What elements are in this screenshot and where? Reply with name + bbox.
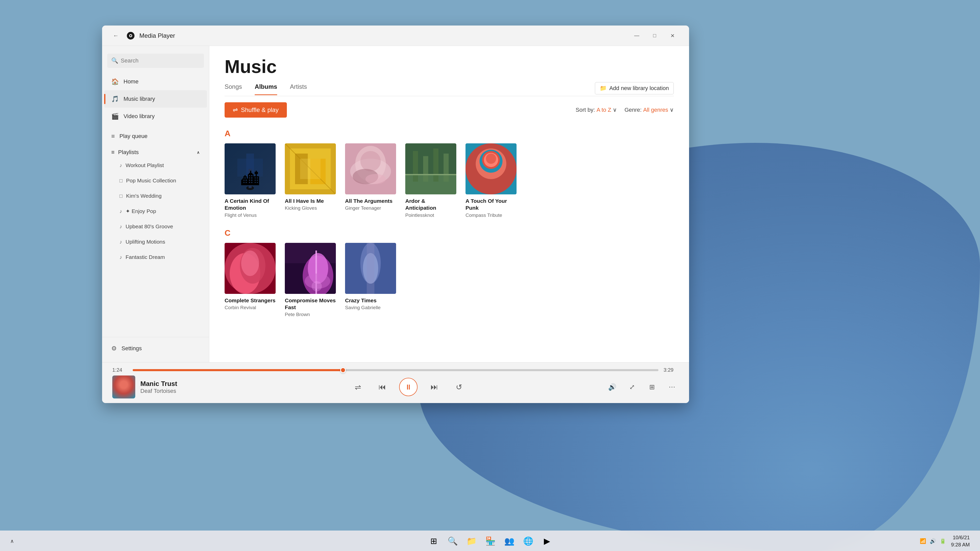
search-box[interactable]: 🔍 [107,54,204,68]
player-bar: 1:24 3:29 Manic Trust Deaf Tortoises ⇌ ⏮… [102,362,689,403]
maximize-button[interactable]: □ [646,28,663,43]
album-card-5[interactable]: A Touch Of Your Punk Compass Tribute [466,143,517,218]
sidebar-item-play-queue[interactable]: ≡ Play queue [104,127,207,145]
pause-button[interactable]: ⏸ [399,378,417,396]
sidebar: 🔍 🏠 Home 🎵 Music library 🎬 Video library… [102,46,209,362]
right-controls: 🔊 ⤢ ⊞ ⋯ [577,380,679,394]
albums-scroll[interactable]: A [209,124,689,362]
file-explorer-button[interactable]: 📁 [463,533,480,549]
teams-button[interactable]: 👥 [501,533,517,549]
shuffle-button[interactable]: ⇌ [350,380,366,395]
album-art-6 [224,243,275,294]
add-library-button[interactable]: 📁 Add new library location [595,82,674,94]
more-options-button[interactable]: ⋯ [665,380,679,394]
previous-button[interactable]: ⏮ [375,380,390,395]
album-card-3[interactable]: All The Arguments Ginger Teenager [345,143,396,218]
genre-chevron: ∨ [670,106,674,113]
chevron-up-icon[interactable]: ∧ [10,538,14,544]
shuffle-label: Shuffle & play [241,106,279,114]
tab-albums[interactable]: Albums [255,83,277,95]
sidebar-item-settings[interactable]: ⚙ Settings [104,340,207,357]
page-title: Music [224,56,674,77]
playlist-workout[interactable]: ♪ Workout Playlist [104,158,207,173]
wifi-icon[interactable]: 📶 [920,538,926,544]
tab-artists[interactable]: Artists [290,83,307,95]
sort-control[interactable]: Sort by: A to Z ∨ [576,106,617,113]
album-artist-6: Corbin Revival [224,305,275,310]
volume-button[interactable]: 🔊 [605,380,619,394]
progress-track[interactable] [133,369,659,371]
media-player-taskbar-button[interactable]: ▶ [539,533,555,549]
playlist-icon-pop: □ [119,178,123,184]
clock-date: 10/6/21 [951,534,970,541]
album-art-1 [224,143,275,194]
start-button[interactable]: ⊞ [426,533,442,549]
section-letter-c: C [224,228,674,238]
svg-rect-52 [367,243,374,294]
shuffle-play-button[interactable]: ⇌ Shuffle & play [224,102,287,118]
sidebar-item-video-library[interactable]: 🎬 Video library [104,108,207,125]
album-card-1[interactable]: A Certain Kind Of Emotion Flight of Venu… [224,143,275,218]
time-current: 1:24 [112,367,127,373]
home-icon: 🏠 [111,78,119,85]
album-title-4: Ardor & Anticipation [405,197,456,211]
sidebar-item-music-library[interactable]: 🎵 Music library [104,90,207,108]
close-button[interactable]: ✕ [663,28,681,43]
progress-row: 1:24 3:29 [112,362,679,373]
svg-rect-26 [433,148,438,182]
content-toolbar: ⇌ Shuffle & play Sort by: A to Z ∨ Genre… [209,96,689,124]
clock[interactable]: 10/6/21 9:28 AM [951,534,970,548]
back-button[interactable]: ← [110,30,122,42]
genre-control[interactable]: Genre: All genres ∨ [625,106,674,113]
now-playing-title: Manic Trust [140,380,240,388]
playlist-icon-kims: □ [119,193,123,199]
playlists-header[interactable]: ≡ Playlists ∧ [104,147,207,158]
playlist-label-kims: Kim's Wedding [126,193,162,199]
svg-rect-28 [405,174,456,175]
album-card-6[interactable]: Complete Strangers Corbin Revival [224,243,275,318]
playlist-label-fantastic: Fantastic Dream [126,254,165,260]
tab-songs[interactable]: Songs [224,83,242,95]
now-playing-info: Manic Trust Deaf Tortoises [140,380,240,394]
store-button[interactable]: 🏪 [482,533,499,549]
album-card-8[interactable]: Crazy Times Saving Gabrielle [345,243,396,318]
search-input[interactable] [121,57,200,64]
album-card-2[interactable]: All I Have Is Me Kicking Gloves [285,143,336,218]
playlist-pop-music[interactable]: □ Pop Music Collection [104,173,207,188]
app-icon [126,30,136,41]
window-controls: — □ ✕ [628,28,681,43]
playlist-enjoy-pop[interactable]: ♪ ✦ Enjoy Pop [104,203,207,219]
battery-icon[interactable]: 🔋 [940,538,946,544]
playlist-label-uplifting: Uplifting Motions [126,239,165,245]
playlist-kims-wedding[interactable]: □ Kim's Wedding [104,188,207,203]
browser-button[interactable]: 🌐 [520,533,536,549]
album-card-4[interactable]: Ardor & Anticipation Pointlessknot [405,143,456,218]
album-artist-1: Flight of Venus [224,213,275,218]
album-title-5: A Touch Of Your Punk [466,197,517,211]
sort-genre-controls: Sort by: A to Z ∨ Genre: All genres ∨ [576,106,674,113]
search-taskbar-button[interactable]: 🔍 [445,533,461,549]
album-card-7[interactable]: Compromise Moves Fast Pete Brown [285,243,336,318]
now-playing-art [112,375,135,399]
svg-point-7 [246,186,254,190]
section-letter-a: A [224,129,674,138]
playlist-label-workout: Workout Playlist [126,162,164,168]
next-button[interactable]: ⏭ [427,380,442,395]
genre-label: Genre: [625,106,641,113]
albums-row-c: Complete Strangers Corbin Revival [224,243,674,318]
miniplayer-button[interactable]: ⊞ [645,380,659,394]
repeat-button[interactable]: ↺ [451,380,466,395]
volume-taskbar-icon[interactable]: 🔊 [930,538,936,544]
playlist-upbeat-80s[interactable]: ♪ Upbeat 80's Groove [104,219,207,234]
playlist-uplifting[interactable]: ♪ Uplifting Motions [104,234,207,249]
album-artist-2: Kicking Gloves [285,205,336,211]
album-art-7 [285,243,336,294]
album-artist-4: Pointlessknot [405,213,456,218]
sidebar-item-home[interactable]: 🏠 Home [104,73,207,90]
progress-thumb[interactable] [340,367,346,373]
playlist-fantastic[interactable]: ♪ Fantastic Dream [104,249,207,265]
playlist-label-enjoy: ✦ Enjoy Pop [126,208,156,214]
expand-button[interactable]: ⤢ [625,380,639,394]
video-icon: 🎬 [111,113,119,120]
minimize-button[interactable]: — [628,28,646,43]
